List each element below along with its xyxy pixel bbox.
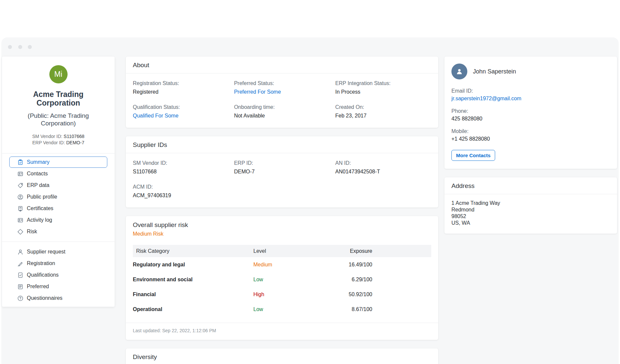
person-icon — [455, 67, 464, 76]
signature-pen-icon — [17, 260, 24, 267]
sidebar-item-qualifications[interactable]: Qualifications — [9, 269, 107, 281]
risk-level: High — [253, 292, 320, 297]
field-label: SM Vendor ID: — [133, 160, 229, 166]
sidebar-item-supplier-request[interactable]: Supplier request — [9, 246, 107, 257]
more-contacts-button[interactable]: More Contacts — [451, 150, 495, 161]
address-line: Redmond — [451, 206, 610, 213]
sidebar-item-erp-data[interactable]: ERP data — [9, 180, 107, 191]
risk-exposure: 50.92/100 — [320, 292, 372, 297]
risk-category-column-header: Risk Category — [133, 248, 253, 254]
field-sm-vendor-id: SM Vendor ID: S1107668 — [133, 160, 229, 175]
onboarding-time-value: Not Available — [234, 113, 330, 119]
erp-vendor-id-value: DEMO-7 — [66, 140, 84, 145]
risk-table-row: Environment and social Low 6.29/100 — [133, 272, 431, 287]
field-label: Created On: — [335, 104, 431, 111]
diversity-card: Diversity — [126, 348, 438, 364]
window-control-dot-2[interactable] — [18, 45, 22, 49]
erp-vendor-id-row: ERP Vendor ID: DEMO-7 — [2, 140, 115, 146]
risk-card-title: Overall supplier risk — [133, 221, 431, 229]
sidebar-item-label: Supplier request — [27, 249, 66, 255]
sidebar-item-contacts[interactable]: Contacts — [9, 168, 107, 179]
field-erp-id: ERP ID: DEMO-7 — [234, 160, 330, 175]
risk-category: Environment and social — [133, 277, 253, 283]
contact-details: Email ID: jr.saperstein1972@gmail.com Ph… — [444, 79, 617, 169]
person-icon — [17, 249, 24, 255]
contact-avatar — [451, 64, 467, 79]
risk-level-column-header: Level — [253, 248, 320, 254]
window-control-dot-3[interactable] — [28, 45, 32, 49]
address-lines: 1 Acme Trading Way Redmond 98052 US, WA — [444, 194, 617, 234]
phone-label: Phone: — [451, 108, 610, 114]
risk-level: Low — [253, 277, 320, 283]
id-card-icon — [17, 217, 24, 223]
field-an-id: AN ID: AN01473942508-T — [335, 160, 431, 175]
risk-table: Risk Category Level Exposure Regulatory … — [133, 245, 431, 317]
list-icon — [17, 284, 24, 290]
diversity-card-title: Diversity — [126, 348, 438, 364]
sm-vendor-id-value: S1107668 — [64, 134, 84, 139]
sidebar-item-preferred[interactable]: Preferred — [9, 281, 107, 292]
sidebar-nav: Summary Contacts ERP data Public profile… — [2, 154, 115, 304]
sidebar-item-certificates[interactable]: Certificates — [9, 203, 107, 214]
sm-vendor-id-label: SM Vendor ID: — [32, 134, 62, 139]
sidebar-item-summary[interactable]: Summary — [9, 157, 107, 168]
acm-id-value: ACM_97406319 — [133, 192, 229, 199]
overall-risk-level: Medium Risk — [133, 231, 431, 237]
mobile-label: Mobile: — [451, 128, 610, 134]
address-card: Address 1 Acme Trading Way Redmond 98052… — [444, 177, 617, 234]
sidebar-item-label: Public profile — [27, 194, 57, 200]
sidebar-item-risk[interactable]: Risk — [9, 226, 107, 237]
risk-table-row: Financial High 50.92/100 — [133, 287, 431, 302]
address-card-title: Address — [444, 177, 617, 194]
risk-category: Financial — [133, 292, 253, 297]
clipboard-icon — [17, 159, 24, 165]
field-label: Onboarding time: — [234, 104, 330, 111]
risk-table-row: Operational Low 8.67/100 — [133, 302, 431, 317]
field-registration-status: Registration Status: Registered — [133, 80, 229, 95]
app-window: Mi Acme Trading Corporation (Public: Acm… — [0, 0, 620, 364]
supplier-ids-card-title: Supplier IDs — [126, 136, 438, 153]
risk-category: Operational — [133, 306, 253, 312]
email-link[interactable]: jr.saperstein1972@gmail.com — [451, 96, 610, 102]
supplier-ids-fields: SM Vendor ID: S1107668 ERP ID: DEMO-7 AN… — [126, 153, 438, 207]
risk-last-updated: Last updated: Sep 22, 2022, 1:12:06 PM — [126, 323, 438, 340]
qualification-status-link[interactable]: Qualified For Some — [133, 113, 229, 119]
risk-level: Medium — [253, 262, 320, 268]
supplier-ids-card: Supplier IDs SM Vendor ID: S1107668 ERP … — [126, 136, 438, 207]
field-label: ERP ID: — [234, 160, 330, 166]
about-card-title: About — [126, 57, 438, 73]
about-card: About Registration Status: Registered Pr… — [126, 57, 438, 128]
document-check-icon — [17, 272, 24, 278]
tag-icon — [17, 182, 24, 189]
sidebar-item-label: Questionnaires — [27, 295, 63, 301]
sidebar-nav-divider — [2, 242, 115, 242]
sidebar-item-label: Qualifications — [27, 272, 59, 278]
contact-phone-row: Phone: 425 8828080 — [451, 108, 610, 122]
sidebar-item-registration[interactable]: Registration — [9, 258, 107, 269]
right-panel: John Saperstein Email ID: jr.saperstein1… — [444, 57, 617, 242]
sidebar-item-questionnaires[interactable]: Questionnaires — [9, 293, 107, 304]
field-created-on: Created On: Feb 23, 2017 — [335, 104, 431, 119]
sidebar-item-public-profile[interactable]: Public profile — [9, 191, 107, 203]
mobile-value: +1 425 8828080 — [451, 136, 610, 142]
window-control-dot-1[interactable] — [8, 45, 12, 49]
risk-table-header: Risk Category Level Exposure — [133, 245, 431, 257]
contact-card-icon — [17, 171, 24, 177]
erp-integration-status-value: In Process — [335, 89, 431, 95]
email-label: Email ID: — [451, 88, 610, 94]
about-fields: Registration Status: Registered Preferre… — [126, 73, 438, 128]
overall-supplier-risk-card: Overall supplier risk Medium Risk Risk C… — [126, 216, 438, 340]
sidebar-item-label: ERP data — [27, 182, 49, 188]
address-line: US, WA — [451, 220, 610, 226]
field-label: ACM ID: — [133, 184, 229, 190]
address-line: 98052 — [451, 213, 610, 220]
sidebar-item-activity-log[interactable]: Activity log — [9, 214, 107, 226]
preferred-status-link[interactable]: Preferred For Some — [234, 89, 330, 95]
supplier-name: Acme Trading Corporation — [13, 90, 103, 107]
registration-status-value: Registered — [133, 89, 229, 95]
erp-vendor-id-label: ERP Vendor ID: — [32, 140, 65, 145]
supplier-public-name: (Public: Acme Trading Corporation) — [17, 112, 100, 127]
supplier-identity: Mi Acme Trading Corporation (Public: Acm… — [2, 57, 115, 146]
field-erp-integration-status: ERP Integration Status: In Process — [335, 80, 431, 95]
sidebar-item-label: Activity log — [27, 217, 52, 223]
